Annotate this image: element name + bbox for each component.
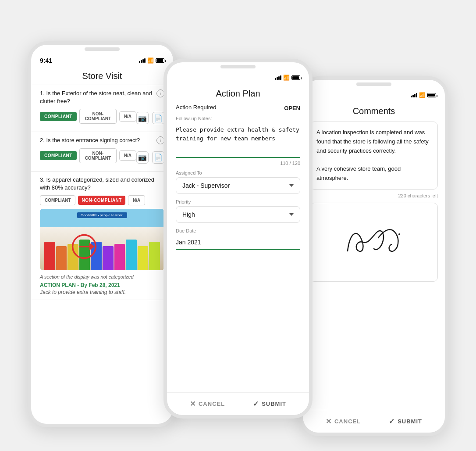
battery-icon-3 <box>427 93 436 97</box>
signature <box>334 216 413 268</box>
image-caption: A section of the display was not categor… <box>40 274 164 280</box>
comments-cancel-label: CANCEL <box>334 418 361 425</box>
signature-box[interactable] <box>310 203 438 282</box>
ap-cancel-label: CANCEL <box>199 401 225 407</box>
na-btn-1[interactable]: N/A <box>119 111 136 122</box>
question-1-block: 1. Is the Exterior of the store neat, cl… <box>31 85 173 132</box>
battery-icon-1 <box>156 58 164 63</box>
ap-submit-btn[interactable]: ✓ SUBMIT <box>253 400 286 408</box>
compliant-btn-2[interactable]: COMPLIANT <box>40 151 77 160</box>
btn-group-2: COMPLIANT NON-COMPLIANT N/A <box>40 148 136 163</box>
note-icon-1[interactable]: 📄 <box>152 112 164 124</box>
question-2-block: 2. Is the store entrance signing correct… <box>31 132 173 171</box>
comments-submit-label: SUBMIT <box>398 418 422 425</box>
status-bar-1: 9:41 📶 <box>31 53 173 66</box>
char-left: 220 characters left <box>310 193 438 198</box>
signal-icon-2 <box>275 75 281 80</box>
ap-title: Action Plan <box>176 82 300 104</box>
btn-group-3: COMPLIANT NON-COMPLIANT N/A <box>40 195 164 205</box>
note-icon-2[interactable]: 📄 <box>152 151 164 164</box>
compliant-btn-1[interactable]: COMPLIANT <box>40 112 77 121</box>
action-plan-text: Jack to provide extra training to staff. <box>40 289 164 295</box>
non-compliant-btn-2[interactable]: NON-COMPLIANT <box>79 148 117 163</box>
phone-comments: 📶 Comments A location inspection is comp… <box>299 76 448 436</box>
action-plan-screen: Action Plan Action Required OPEN Follow-… <box>167 82 309 392</box>
chevron-down-icon-2 <box>289 213 294 216</box>
signal-icon-3 <box>411 93 417 97</box>
rack-visual <box>40 227 164 270</box>
camera-icon-1[interactable]: 📷 <box>136 112 149 124</box>
ap-priority-label: Priority <box>176 199 300 204</box>
comments-screen: Comments A location inspection is comple… <box>303 100 445 410</box>
comments-footer: ✕ CANCEL ✓ SUBMIT <box>303 410 445 433</box>
ap-submit-label: SUBMIT <box>262 401 286 407</box>
ap-priority-value: High <box>182 211 195 218</box>
scene: 9:41 📶 Store Visit 1. Is the Exterior of… <box>19 15 457 436</box>
char-count: 110 / 120 <box>176 161 300 166</box>
notch-2 <box>220 65 256 68</box>
ap-duedate-input[interactable] <box>176 235 300 250</box>
ap-cancel-btn[interactable]: ✕ CANCEL <box>190 400 225 408</box>
action-plan-label: ACTION PLAN - By Feb 28, 2021 <box>40 282 164 288</box>
store-image: Goodwill® • people to work. <box>40 209 164 270</box>
na-btn-2[interactable]: N/A <box>119 150 136 161</box>
ap-assignee-label: Assigned To <box>176 170 300 175</box>
goodwill-banner: Goodwill® • people to work. <box>77 212 127 218</box>
ap-footer: ✕ CANCEL ✓ SUBMIT <box>167 392 309 415</box>
comment-box: A location inspection is completed and w… <box>310 122 438 190</box>
compliant-btn-3[interactable]: COMPLIANT <box>40 195 75 205</box>
btn-group-1: COMPLIANT NON-COMPLIANT N/A <box>40 109 136 124</box>
comments-submit-btn[interactable]: ✓ SUBMIT <box>389 417 422 426</box>
ap-open-badge: OPEN <box>284 105 300 111</box>
wifi-icon-3: 📶 <box>419 92 426 98</box>
svg-point-3 <box>398 233 400 235</box>
camera-icon-2[interactable]: 📷 <box>136 151 149 164</box>
comments-title: Comments <box>310 100 438 122</box>
ap-section-label: Action Required <box>176 104 217 111</box>
question-1-text: 1. Is the Exterior of the store neat, cl… <box>40 89 156 105</box>
comments-cancel-btn[interactable]: ✕ CANCEL <box>326 417 361 426</box>
phone-action-plan: 📶 Action Plan Action Required OPEN Follo… <box>163 59 313 419</box>
status-bar-2: 📶 <box>167 70 309 82</box>
notch-3 <box>356 82 391 86</box>
time-1: 9:41 <box>40 57 52 64</box>
ap-textarea[interactable]: Please provide extra health & safety tra… <box>176 123 300 158</box>
question-3-text: 3. Is apparel categorized, sized and col… <box>40 176 164 192</box>
ap-priority-select[interactable]: High <box>176 206 300 223</box>
non-compliant-btn-1[interactable]: NON-COMPLIANT <box>79 109 117 124</box>
ap-assignee-value: Jack - Supervisor <box>182 182 230 189</box>
signal-icon-1 <box>139 58 146 63</box>
wifi-icon-1: 📶 <box>147 57 154 64</box>
question-2-text: 2. Is the store entrance signing correct… <box>40 136 156 144</box>
na-btn-3[interactable]: N/A <box>128 195 145 205</box>
comment-text: A location inspection is completed and w… <box>316 128 431 183</box>
chevron-down-icon-1 <box>289 184 294 187</box>
battery-icon-2 <box>291 75 300 80</box>
wifi-icon-2: 📶 <box>283 75 290 81</box>
status-bar-3: 📶 <box>303 88 445 100</box>
ap-duedate-label: Due Date <box>176 228 300 233</box>
svg-marker-2 <box>89 243 95 251</box>
non-compliant-btn-3[interactable]: NON-COMPLIANT <box>78 196 125 205</box>
phone-store-visit: 9:41 📶 Store Visit 1. Is the Exterior of… <box>28 41 177 427</box>
ap-followup-label: Follow-up Notes: <box>176 116 300 121</box>
ap-assignee-select[interactable]: Jack - Supervisor <box>176 177 300 194</box>
red-arrow-icon <box>71 233 97 260</box>
page-title-1: Store Visit <box>31 66 173 85</box>
question-3-block: 3. Is apparel categorized, sized and col… <box>31 172 173 301</box>
notch-1 <box>85 47 120 51</box>
